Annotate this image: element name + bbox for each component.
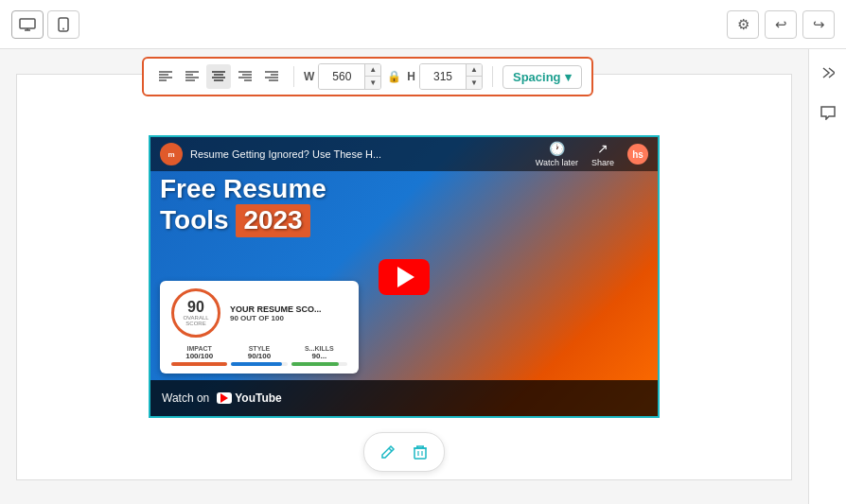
block-actions bbox=[363, 432, 445, 472]
video-thumbnail: m Resume Getting Ignored? Use These H...… bbox=[150, 137, 658, 416]
width-down-btn[interactable]: ▼ bbox=[365, 77, 380, 89]
score-circle: 90 OVARALL SCORE bbox=[171, 288, 220, 338]
score-label: OVARALL SCORE bbox=[174, 315, 218, 326]
score-number: 90 bbox=[187, 300, 204, 315]
align-right-btn[interactable] bbox=[259, 64, 284, 89]
yt-clock-icon: 🕐 bbox=[549, 141, 565, 156]
align-right2-btn[interactable] bbox=[233, 64, 257, 89]
height-input[interactable] bbox=[420, 64, 466, 89]
yt-share-icon: ↗ bbox=[597, 141, 608, 156]
yt-line1: Free Resume bbox=[160, 175, 326, 204]
width-label: W bbox=[304, 70, 314, 83]
score-info: YOUR RESUME SCO... 90 OUT OF 100 bbox=[230, 304, 347, 322]
yt-year-badge: 2023 bbox=[236, 204, 309, 237]
video-block[interactable]: m Resume Getting Ignored? Use These H...… bbox=[149, 135, 660, 418]
watch-on-youtube-bar: Watch on YouTube bbox=[150, 380, 658, 416]
height-down-btn[interactable]: ▼ bbox=[467, 77, 482, 89]
width-input-wrap: ▲ ▼ bbox=[318, 63, 381, 90]
top-bar-actions: ⚙ ↩ ↪ bbox=[727, 10, 835, 39]
width-up-btn[interactable]: ▲ bbox=[365, 64, 380, 77]
svg-point-4 bbox=[62, 27, 64, 29]
width-spinners: ▲ ▼ bbox=[364, 64, 380, 89]
comment-icon[interactable] bbox=[816, 100, 840, 125]
yt-channel-icon: m bbox=[160, 143, 183, 165]
canvas: m Resume Getting Ignored? Use These H...… bbox=[0, 49, 808, 504]
score-card-top: 90 OVARALL SCORE YOUR RESUME SCO... 90 O… bbox=[171, 288, 347, 338]
yt-line2: Tools 2023 bbox=[160, 204, 326, 237]
score-impact: IMPACT 100/100 bbox=[171, 345, 227, 366]
svg-rect-26 bbox=[414, 448, 426, 459]
height-label: H bbox=[407, 70, 415, 83]
toolbar-divider-1 bbox=[293, 66, 294, 87]
score-title: YOUR RESUME SCO... bbox=[230, 304, 347, 314]
align-left2-btn[interactable] bbox=[180, 64, 204, 89]
score-skills: S...KILLS 90... bbox=[291, 345, 347, 366]
edit-btn[interactable] bbox=[374, 438, 402, 466]
toolbar-divider-2 bbox=[492, 66, 493, 87]
width-group: W ▲ ▼ bbox=[304, 63, 381, 90]
settings-btn[interactable]: ⚙ bbox=[727, 10, 759, 39]
align-center-btn[interactable] bbox=[206, 64, 231, 89]
spacing-btn[interactable]: Spacing ▾ bbox=[502, 65, 582, 89]
collapse-icon[interactable] bbox=[816, 61, 840, 85]
play-triangle-icon bbox=[397, 267, 414, 287]
lock-icon: 🔒 bbox=[387, 70, 401, 83]
score-bars: IMPACT 100/100 STYLE 90/100 bbox=[171, 345, 347, 366]
spacing-chevron: ▾ bbox=[565, 70, 572, 84]
yt-wordmark: YouTube bbox=[235, 391, 282, 405]
height-group: H ▲ ▼ bbox=[407, 63, 483, 90]
youtube-logo: YouTube bbox=[217, 391, 282, 405]
yt-video-title: Resume Getting Ignored? Use These H... bbox=[190, 148, 528, 160]
height-spinners: ▲ ▼ bbox=[466, 64, 482, 89]
right-sidebar bbox=[808, 49, 846, 504]
undo-btn[interactable]: ↩ bbox=[765, 10, 797, 39]
svg-rect-0 bbox=[20, 19, 35, 28]
yt-top-actions: 🕐 Watch later ↗ Share hs bbox=[536, 141, 648, 167]
score-subtitle: 90 OUT OF 100 bbox=[230, 314, 347, 322]
yt-main-text: Free Resume Tools 2023 bbox=[160, 175, 326, 237]
element-toolbar: W ▲ ▼ 🔒 H ▲ ▼ Spacing ▾ bbox=[142, 57, 593, 96]
yt-logo-play-icon bbox=[220, 393, 228, 403]
device-switcher bbox=[11, 10, 79, 39]
height-up-btn[interactable]: ▲ bbox=[467, 64, 482, 77]
score-card: 90 OVARALL SCORE YOUR RESUME SCO... 90 O… bbox=[160, 281, 359, 374]
watch-on-text: Watch on bbox=[162, 391, 209, 405]
svg-line-25 bbox=[389, 448, 392, 451]
spacing-label: Spacing bbox=[513, 70, 561, 84]
width-input[interactable] bbox=[319, 64, 364, 89]
score-style: STYLE 90/100 bbox=[231, 345, 287, 366]
yt-watch-later: 🕐 Watch later bbox=[536, 141, 578, 167]
height-input-wrap: ▲ ▼ bbox=[419, 63, 483, 90]
delete-btn[interactable] bbox=[406, 438, 434, 466]
yt-hubspot-logo: hs bbox=[627, 144, 648, 165]
yt-logo-box bbox=[217, 392, 232, 404]
play-button[interactable] bbox=[379, 259, 430, 295]
align-left-btn[interactable] bbox=[153, 64, 178, 89]
top-bar: ⚙ ↩ ↪ bbox=[0, 0, 846, 49]
redo-btn[interactable]: ↪ bbox=[802, 10, 835, 39]
alignment-group bbox=[153, 64, 284, 89]
page-area: m Resume Getting Ignored? Use These H...… bbox=[16, 74, 792, 480]
yt-share: ↗ Share bbox=[591, 141, 614, 167]
yt-top-bar: m Resume Getting Ignored? Use These H...… bbox=[150, 137, 658, 171]
mobile-device-btn[interactable] bbox=[47, 10, 79, 39]
desktop-device-btn[interactable] bbox=[11, 10, 44, 39]
